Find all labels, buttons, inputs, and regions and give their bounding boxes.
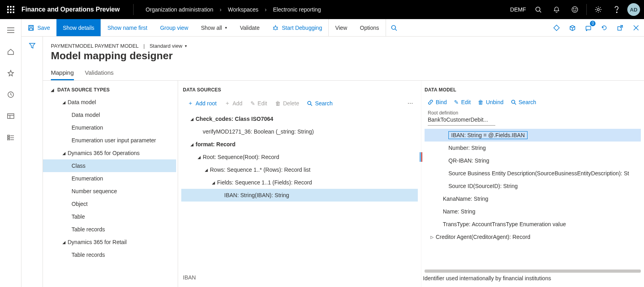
data-source-types-header[interactable]: ◢ DATA SOURCE TYPES <box>43 81 178 96</box>
tree-item-enumeration2[interactable]: Enumeration <box>43 172 176 185</box>
label: Bind <box>436 99 447 105</box>
dm-row-qr-iban[interactable]: QR-IBAN: String <box>425 154 641 167</box>
view-selector[interactable]: Standard view ▾ <box>149 43 186 49</box>
search-button[interactable]: Search <box>304 99 336 108</box>
tab-validations[interactable]: Validations <box>85 69 114 80</box>
tree-item-table[interactable]: Table <box>43 210 176 223</box>
svg-rect-20 <box>8 114 14 118</box>
topbar: Finance and Operations Preview Organizat… <box>0 0 644 19</box>
label: Table records <box>72 226 105 233</box>
svg-rect-7 <box>10 12 12 13</box>
show-details-button[interactable]: Show details <box>56 19 101 36</box>
dm-row-creditor-agent[interactable]: ▷Creditor Agent(CreditorAgent): Record <box>425 231 641 243</box>
label: QR-IBAN: String <box>448 157 489 164</box>
tree-item-enumeration[interactable]: Enumeration <box>43 121 176 134</box>
svg-rect-40 <box>586 26 591 30</box>
save-button[interactable]: Save <box>21 19 56 36</box>
more-icon[interactable]: ⋯ <box>404 99 416 108</box>
breadcrumb-item[interactable]: Workspaces <box>228 6 258 13</box>
hamburger-icon[interactable] <box>3 22 19 38</box>
gear-icon[interactable] <box>589 0 607 19</box>
smile-icon[interactable] <box>566 0 584 19</box>
dm-row-number[interactable]: Number: String <box>425 142 641 154</box>
data-model-tree: IBAN: String = @.Fields.IBAN Number: Str… <box>421 126 644 270</box>
view-label: Standard view <box>149 43 182 49</box>
horizontal-scrollbar[interactable] <box>425 270 641 273</box>
show-name-first-button[interactable]: Show name first <box>101 19 153 36</box>
filter-column <box>21 37 43 287</box>
ds-row-format[interactable]: ◢format: Record <box>181 138 418 151</box>
breadcrumb-item[interactable]: Organization administration <box>145 6 213 13</box>
svg-rect-25 <box>8 139 10 140</box>
funnel-icon[interactable] <box>29 42 36 287</box>
options-menu[interactable]: Options <box>353 19 385 36</box>
label: Enumeration <box>72 175 103 182</box>
search-button[interactable]: Search <box>511 99 536 105</box>
label: Edit <box>461 99 471 105</box>
breadcrumb-item[interactable]: Electronic reporting <box>273 6 321 13</box>
add-root-button[interactable]: ＋Add root <box>184 98 220 109</box>
tree-item-number-sequence[interactable]: Number sequence <box>43 185 176 198</box>
root-definition-input[interactable]: BankToCustomerDebit... <box>428 116 495 126</box>
dm-row-trans-type[interactable]: TransType: AccountTransType Enumeration … <box>425 218 641 231</box>
tree-group-data-model[interactable]: ◢Data model <box>43 96 176 109</box>
close-icon[interactable] <box>628 19 644 36</box>
edit-button: ✎Edit <box>247 99 270 108</box>
ds-row-rows[interactable]: ◢Rows: Sequence 1..* (Rows): Record list <box>181 163 418 176</box>
refresh-icon[interactable] <box>596 19 612 36</box>
tree-item-data-model[interactable]: Data model <box>43 109 176 121</box>
popout-icon[interactable] <box>612 19 628 36</box>
bell-icon[interactable] <box>547 0 566 19</box>
tree-item-class[interactable]: Class <box>43 159 176 172</box>
dm-row-source-bed[interactable]: Source Business Entity Description(Sourc… <box>425 167 641 180</box>
tree-item-enum-user-input[interactable]: Enumeration user input parameter <box>43 134 176 147</box>
command-bar: Save Show details Show name first Group … <box>21 19 644 37</box>
start-debugging-button[interactable]: Start Debugging <box>266 19 328 36</box>
validate-button[interactable]: Validate <box>233 19 266 36</box>
show-all-dropdown[interactable]: Show all▾ <box>195 19 234 36</box>
tree-item-table-records2[interactable]: Table records <box>43 248 176 261</box>
workspace-icon[interactable] <box>3 108 19 124</box>
modules-icon[interactable] <box>3 130 19 145</box>
label: Unbind <box>486 99 503 105</box>
star-icon[interactable] <box>3 65 19 81</box>
dm-row-kananame[interactable]: KanaName: String <box>425 192 641 205</box>
messages-icon[interactable]: 0 <box>580 19 596 36</box>
diamond-icon[interactable] <box>549 19 564 36</box>
ds-row-verify[interactable]: verifyMOD1271_36: Boolean (_string: Stri… <box>181 125 418 138</box>
ds-row-check-codes[interactable]: ◢Check_codes: Class ISO7064 <box>181 112 418 125</box>
help-icon[interactable] <box>607 0 626 19</box>
data-sources-footer: IBAN <box>178 270 421 287</box>
tabs: Mapping Validations <box>43 62 644 81</box>
svg-rect-8 <box>13 12 14 13</box>
dm-row-iban[interactable]: IBAN: String = @.Fields.IBAN <box>425 129 641 142</box>
unbind-button[interactable]: 🗑Unbind <box>478 99 503 105</box>
ds-row-fields[interactable]: ◢Fields: Sequence 1..1 (Fields): Record <box>181 176 418 189</box>
chevron-down-icon: ▾ <box>225 25 227 30</box>
tree-group-d365fo[interactable]: ◢Dynamics 365 for Operations <box>43 147 176 159</box>
dm-row-name[interactable]: Name: String <box>425 205 641 218</box>
breadcrumbs: Organization administration › Workspaces… <box>145 6 321 13</box>
avatar[interactable]: AD <box>627 3 640 16</box>
tree-item-table-records[interactable]: Table records <box>43 223 176 236</box>
trash-icon: 🗑 <box>275 100 281 107</box>
waffle-icon[interactable] <box>0 6 21 13</box>
ds-row-iban[interactable]: IBAN: String(IBAN): String <box>181 189 418 202</box>
home-icon[interactable] <box>3 44 19 60</box>
tab-mapping[interactable]: Mapping <box>51 69 74 80</box>
package-icon[interactable] <box>564 19 580 36</box>
ds-row-root[interactable]: ◢Root: Sequence(Root): Record <box>181 151 418 163</box>
search-icon[interactable] <box>529 0 547 19</box>
bind-button[interactable]: Bind <box>428 99 447 105</box>
view-menu[interactable]: View <box>329 19 353 36</box>
dm-row-source-id[interactable]: Source ID(SourceID): String <box>425 180 641 192</box>
search-icon[interactable] <box>386 19 402 36</box>
group-view-button[interactable]: Group view <box>154 19 195 36</box>
resizer-handle[interactable] <box>420 152 422 162</box>
tree-item-object[interactable]: Object <box>43 198 176 210</box>
clock-icon[interactable] <box>3 87 19 103</box>
edit-binding-button[interactable]: ✎Edit <box>454 99 471 105</box>
svg-rect-4 <box>10 9 12 10</box>
tree-group-d365retail[interactable]: ◢Dynamics 365 for Retail <box>43 236 176 248</box>
company-label[interactable]: DEMF <box>510 6 526 13</box>
